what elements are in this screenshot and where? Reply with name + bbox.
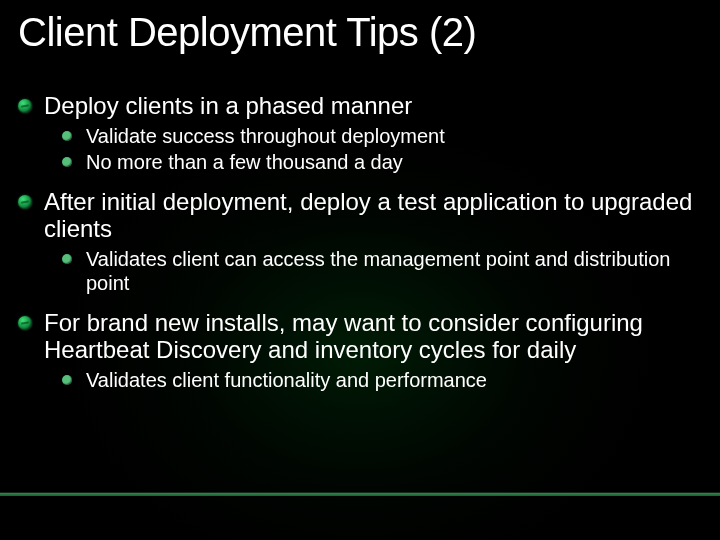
slide: Client Deployment Tips (2) Deploy client… bbox=[0, 0, 720, 540]
slide-body: Deploy clients in a phased manner Valida… bbox=[18, 92, 702, 406]
dot-bullet-icon bbox=[62, 375, 72, 385]
sub-list: Validates client can access the manageme… bbox=[62, 247, 702, 295]
sphere-bullet-icon bbox=[18, 316, 32, 330]
bullet-level1: After initial deployment, deploy a test … bbox=[18, 188, 702, 243]
bullet-level2: Validates client can access the manageme… bbox=[62, 247, 702, 295]
bullet-text: Deploy clients in a phased manner bbox=[44, 92, 702, 120]
sub-bullet-text: Validate success throughout deployment bbox=[86, 124, 702, 148]
sub-bullet-text: Validates client can access the manageme… bbox=[86, 247, 702, 295]
sub-list: Validates client functionality and perfo… bbox=[62, 368, 702, 392]
dot-bullet-icon bbox=[62, 157, 72, 167]
bullet-level2: No more than a few thousand a day bbox=[62, 150, 702, 174]
bullet-text: For brand new installs, may want to cons… bbox=[44, 309, 702, 364]
sphere-bullet-icon bbox=[18, 195, 32, 209]
sub-list: Validate success throughout deployment N… bbox=[62, 124, 702, 174]
dot-bullet-icon bbox=[62, 131, 72, 141]
bullet-level1: Deploy clients in a phased manner bbox=[18, 92, 702, 120]
sphere-bullet-icon bbox=[18, 99, 32, 113]
sub-bullet-text: Validates client functionality and perfo… bbox=[86, 368, 702, 392]
bullet-text: After initial deployment, deploy a test … bbox=[44, 188, 702, 243]
bullet-level1: For brand new installs, may want to cons… bbox=[18, 309, 702, 364]
bullet-level2: Validates client functionality and perfo… bbox=[62, 368, 702, 392]
footer-accent-bar bbox=[0, 493, 720, 496]
dot-bullet-icon bbox=[62, 254, 72, 264]
sub-bullet-text: No more than a few thousand a day bbox=[86, 150, 702, 174]
slide-title: Client Deployment Tips (2) bbox=[18, 10, 476, 55]
bullet-level2: Validate success throughout deployment bbox=[62, 124, 702, 148]
